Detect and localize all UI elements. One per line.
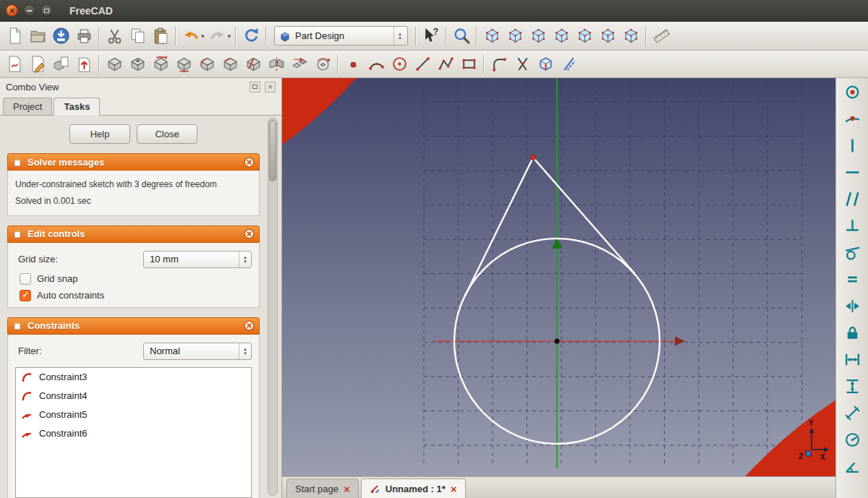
mirrored-button[interactable]: [265, 53, 288, 75]
constrain-point-on-object-button[interactable]: [841, 108, 864, 129]
polar-pattern-button[interactable]: [311, 53, 334, 75]
undo-button[interactable]: [179, 25, 203, 47]
auto-constraints-checkbox[interactable]: [20, 290, 31, 301]
constraints-header[interactable]: Constraints: [7, 317, 260, 335]
constrain-symmetric-button[interactable]: [841, 296, 864, 316]
constraint-list-item[interactable]: Constraint4: [16, 387, 251, 405]
save-button[interactable]: [49, 25, 72, 47]
3d-viewport[interactable]: Y X Z Start page × Unnamed : 1* ×: [282, 78, 835, 498]
view-top-button[interactable]: [527, 25, 550, 47]
copy-button[interactable]: [126, 25, 149, 47]
leave-sketch-button[interactable]: [72, 53, 95, 75]
auto-constraints-row[interactable]: Auto constraints: [20, 290, 252, 301]
minimize-window-icon[interactable]: [23, 4, 35, 17]
constraint-filter-select[interactable]: Normal ▲▼: [143, 343, 252, 360]
paste-button[interactable]: [149, 25, 172, 47]
constrain-lock-button[interactable]: [841, 322, 864, 343]
origin-point[interactable]: [555, 339, 560, 344]
cut-button[interactable]: [103, 25, 126, 47]
edit-sketch-button[interactable]: [26, 53, 49, 75]
tab-tasks[interactable]: Tasks: [54, 98, 100, 116]
pad-button[interactable]: [103, 53, 126, 75]
create-point-button[interactable]: [341, 53, 365, 75]
new-document-button[interactable]: [3, 25, 26, 47]
trim-edge-button[interactable]: [511, 53, 534, 75]
edit-controls-header[interactable]: Edit controls: [7, 226, 260, 243]
create-sketch-button[interactable]: [3, 53, 26, 75]
constraint-list-item[interactable]: Constraint3: [16, 368, 251, 387]
maximize-window-icon[interactable]: [41, 4, 53, 17]
spinner-arrows-icon[interactable]: ▲▼: [239, 252, 251, 267]
view-left-button[interactable]: [619, 25, 642, 47]
constrain-horizontal-button[interactable]: [841, 162, 864, 182]
groove-button[interactable]: [172, 53, 195, 75]
view-front-button[interactable]: [503, 25, 527, 47]
tab-close-icon[interactable]: ×: [344, 484, 350, 494]
linear-pattern-button[interactable]: [288, 53, 311, 75]
create-arc-button[interactable]: [365, 53, 388, 75]
revolution-button[interactable]: [149, 53, 172, 75]
chamfer-button[interactable]: [218, 53, 242, 75]
constrain-tangent-button[interactable]: [841, 242, 864, 262]
whats-this-button[interactable]: [420, 25, 443, 47]
view-bottom-button[interactable]: [596, 25, 619, 47]
sketch-scene[interactable]: Y X Z: [282, 78, 835, 498]
grid-snap-row[interactable]: Grid snap: [20, 273, 252, 285]
close-button[interactable]: Close: [137, 124, 197, 144]
create-circle-button[interactable]: [388, 53, 411, 75]
constrain-equal-button[interactable]: [841, 269, 864, 289]
collapse-section-icon[interactable]: [244, 157, 255, 168]
constraint-list-item[interactable]: Constraint6: [16, 424, 251, 443]
constrain-coincident-button[interactable]: [841, 82, 864, 102]
draft-button[interactable]: [242, 53, 265, 75]
sketch-fillet-button[interactable]: [488, 53, 511, 75]
external-geometry-button[interactable]: [534, 53, 557, 75]
undo-dropdown-arrow-icon[interactable]: ▾: [201, 33, 205, 40]
toggle-construction-button[interactable]: [557, 53, 580, 75]
help-button[interactable]: Help: [69, 124, 130, 144]
view-right-button[interactable]: [550, 25, 573, 47]
map-sketch-button[interactable]: [49, 53, 72, 75]
constrain-vertical-button[interactable]: [841, 135, 864, 155]
scrollbar-thumb[interactable]: [269, 120, 276, 181]
constrain-perpendicular-button[interactable]: [841, 215, 864, 236]
collapse-section-icon[interactable]: [244, 228, 255, 239]
workbench-selector[interactable]: Part Design ▲▼: [274, 26, 408, 46]
apex-vertex-point[interactable]: [531, 155, 536, 160]
tangent-constraint-marker-left[interactable]: [282, 78, 835, 498]
print-button[interactable]: [72, 25, 95, 47]
constrain-distance-button[interactable]: [841, 403, 864, 423]
fit-all-button[interactable]: [450, 25, 473, 47]
collapse-section-icon[interactable]: [244, 320, 255, 331]
close-panel-icon[interactable]: ×: [265, 82, 276, 93]
grid-size-select[interactable]: 10 mm ▲▼: [143, 251, 252, 268]
workbench-spinner-icon[interactable]: ▲▼: [393, 27, 406, 45]
constrain-parallel-button[interactable]: [841, 189, 864, 209]
tab-project[interactable]: Project: [3, 98, 52, 115]
fillet-button[interactable]: [195, 53, 218, 75]
float-panel-icon[interactable]: [250, 82, 260, 93]
pocket-button[interactable]: [126, 53, 149, 75]
constrain-radius-button[interactable]: [841, 429, 864, 450]
tab-start-page[interactable]: Start page ×: [286, 478, 359, 498]
create-rectangle-button[interactable]: [457, 53, 480, 75]
tangent-constraint-marker-right[interactable]: [282, 78, 835, 498]
constraint-list-item[interactable]: Constraint5: [16, 405, 251, 424]
sketch-line-right-tangent[interactable]: [533, 158, 634, 273]
tab-unnamed-document[interactable]: Unnamed : 1* ×: [361, 478, 466, 498]
view-rear-button[interactable]: [573, 25, 596, 47]
measure-distance-button[interactable]: [650, 25, 673, 47]
open-folder-button[interactable]: [26, 25, 49, 47]
constrain-distance-y-button[interactable]: [841, 376, 864, 396]
redo-button[interactable]: [206, 25, 229, 47]
view-axonometric-button[interactable]: [480, 25, 503, 47]
create-polyline-button[interactable]: [434, 53, 457, 75]
refresh-button[interactable]: [239, 25, 263, 47]
solver-messages-header[interactable]: Solver messages: [7, 153, 260, 171]
spinner-arrows-icon[interactable]: ▲▼: [239, 343, 251, 359]
close-window-icon[interactable]: ×: [6, 4, 18, 17]
tasks-scrollbar[interactable]: [268, 118, 278, 496]
grid-snap-checkbox[interactable]: [20, 273, 31, 285]
tab-close-icon[interactable]: ×: [451, 484, 457, 494]
create-line-button[interactable]: [411, 53, 434, 75]
